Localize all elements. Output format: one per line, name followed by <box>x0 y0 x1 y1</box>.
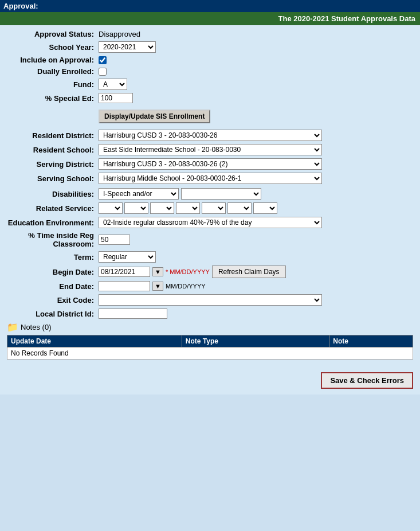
serving-district-label: Serving District: <box>7 160 99 169</box>
time-inside-label1: % Time inside Reg <box>28 231 94 240</box>
end-date-label: End Date: <box>7 282 99 291</box>
notes-col-note-type: Note Type <box>182 335 329 348</box>
local-district-input[interactable] <box>99 309 167 319</box>
approval-status-value: Disapproved <box>99 30 140 38</box>
begin-date-format: * MM/DD/YYYY <box>166 268 210 275</box>
education-env-label: Education Environment: <box>7 218 99 227</box>
related-service-select-7[interactable] <box>253 202 277 214</box>
local-district-label: Local District Id: <box>7 310 99 318</box>
term-select[interactable]: Regular Semester Quarter <box>99 251 156 263</box>
resident-district-label: Resident District: <box>7 131 99 140</box>
disabilities-select-1[interactable]: I-Speech and/or <box>99 188 179 200</box>
approval-header: Approval: <box>0 0 420 12</box>
include-approval-label: Include on Approval: <box>7 56 99 64</box>
time-inside-label2: Classroom: <box>53 240 94 248</box>
top-bar-text: The 2020-2021 Student Approvals Data <box>278 14 415 23</box>
related-service-select-6[interactable] <box>227 202 252 214</box>
dually-enrolled-label: Dually Enrolled: <box>7 67 99 76</box>
save-check-errors-button[interactable]: Save & Check Errors <box>321 372 413 389</box>
resident-district-select[interactable]: Harrisburg CUSD 3 - 20-083-0030-26 <box>99 130 322 141</box>
display-update-sis-button[interactable]: Display/Update SIS Enrollment <box>99 110 210 123</box>
disabilities-select-2[interactable] <box>181 188 261 200</box>
fund-label: Fund: <box>7 80 99 89</box>
notes-icon: 📁 <box>7 322 18 333</box>
notes-no-records-cell: No Records Found <box>7 348 413 360</box>
resident-school-label: Resident School: <box>7 146 99 154</box>
time-inside-label-block: % Time inside Reg Classroom: <box>7 231 99 248</box>
serving-district-select[interactable]: Harrisburg CUSD 3 - 20-083-0030-26 (2) <box>99 158 322 170</box>
term-label: Term: <box>7 253 99 261</box>
school-year-label: School Year: <box>7 43 99 52</box>
serving-school-label: Serving School: <box>7 174 99 183</box>
exit-code-select[interactable] <box>99 294 322 306</box>
approval-status-label: Approval Status: <box>7 30 99 38</box>
disabilities-label: Disabilities: <box>7 190 99 198</box>
related-service-select-2[interactable] <box>124 202 148 214</box>
time-inside-input[interactable] <box>99 235 130 245</box>
refresh-claim-days-button[interactable]: Refresh Claim Days <box>212 266 286 278</box>
serving-school-select[interactable]: Harrisburg Middle School - 20-083-0030-2… <box>99 173 322 184</box>
top-bar: The 2020-2021 Student Approvals Data <box>0 12 420 25</box>
special-ed-input[interactable] <box>99 93 133 103</box>
include-approval-checkbox[interactable] <box>99 56 107 64</box>
related-service-label: Related Service: <box>7 204 99 213</box>
related-service-select-1[interactable] <box>99 202 123 214</box>
notes-table: Update Date Note Type Note No Records Fo… <box>7 335 413 360</box>
related-service-select-3[interactable] <box>150 202 174 214</box>
dually-enrolled-checkbox[interactable] <box>99 68 107 76</box>
notes-no-records-row: No Records Found <box>7 348 413 360</box>
notes-col-note: Note <box>329 335 413 348</box>
notes-col-update-date: Update Date <box>7 335 182 348</box>
related-service-select-5[interactable] <box>202 202 226 214</box>
special-ed-label: % Special Ed: <box>7 94 99 103</box>
begin-date-label: Begin Date: <box>7 268 99 276</box>
begin-date-input[interactable] <box>99 267 150 277</box>
end-date-picker-button[interactable]: ▼ <box>152 282 163 291</box>
related-service-select-4[interactable] <box>176 202 200 214</box>
approval-title: Approval: <box>3 2 38 10</box>
resident-school-select[interactable]: East Side Intermediate School - 20-083-0… <box>99 144 322 155</box>
end-date-format: MM/DD/YYYY <box>166 283 206 290</box>
fund-select[interactable]: A B C <box>99 79 127 90</box>
exit-code-label: Exit Code: <box>7 296 99 304</box>
begin-date-picker-button[interactable]: ▼ <box>152 267 163 276</box>
notes-label: Notes (0) <box>21 323 51 331</box>
bottom-bar: Save & Check Errors <box>0 366 420 395</box>
end-date-input[interactable] <box>99 281 150 291</box>
education-env-select[interactable]: 02-Inside regular classroom 40%-79% of t… <box>99 217 322 228</box>
school-year-select[interactable]: 2020-2021 2019-2020 2021-2022 <box>99 41 156 53</box>
